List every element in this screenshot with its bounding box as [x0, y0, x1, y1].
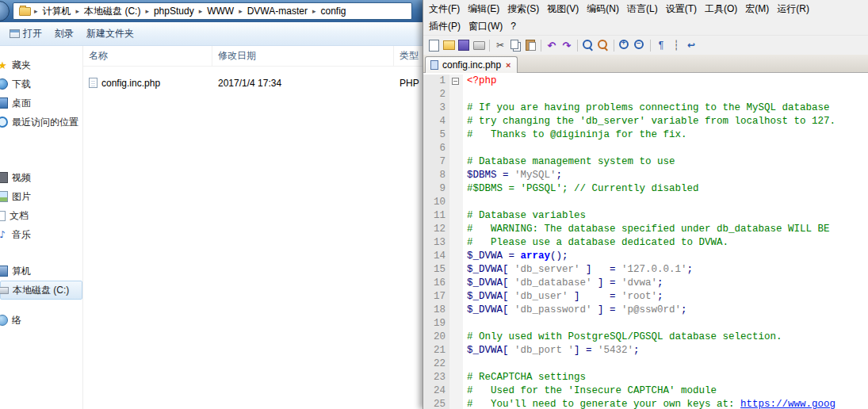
code-token: ; [657, 277, 663, 289]
fold-margin [449, 196, 463, 209]
folder-icon [19, 7, 31, 16]
menu-item[interactable]: 插件(P) [425, 18, 465, 35]
sidebar-item[interactable]: 下载 [0, 75, 82, 94]
column-header[interactable]: 类型 [394, 46, 423, 66]
fold-margin [449, 75, 463, 88]
sidebar-item[interactable]: 络 [0, 311, 82, 330]
new-file-icon[interactable] [426, 38, 441, 52]
sidebar-item[interactable]: 本地磁盘 (C:) [0, 281, 82, 300]
tab-close-icon[interactable] [505, 61, 511, 70]
breadcrumb-item[interactable]: 本地磁盘 (C:) [80, 5, 144, 18]
word-wrap-icon[interactable] [684, 38, 698, 52]
column-header[interactable]: 修改日期 [212, 46, 394, 66]
sidebar-item[interactable]: 音乐 [0, 225, 82, 244]
menu-item[interactable]: 窗口(W) [465, 18, 507, 35]
sidebar-item[interactable]: 最近访问的位置 [0, 113, 82, 132]
code-text: # ReCAPTCHA settings [463, 371, 586, 384]
back-button[interactable] [0, 1, 10, 21]
sidebar-item[interactable]: 桌面 [0, 94, 82, 113]
php-file-icon [89, 78, 98, 88]
fold-margin [449, 290, 463, 304]
fold-margin [449, 277, 463, 290]
code-line: 22 [423, 357, 868, 371]
find-icon[interactable] [581, 38, 595, 52]
show-all-chars-icon[interactable] [654, 38, 668, 52]
menu-item[interactable]: 语言(L) [623, 1, 662, 17]
breadcrumb-item[interactable]: phpStudy [150, 6, 198, 17]
file-row[interactable]: config.inc.php2017/1/4 17:34PHP [83, 75, 423, 91]
code-line: 2 [423, 88, 868, 101]
print-icon[interactable] [472, 38, 486, 52]
breadcrumb-item[interactable]: 计算机 [39, 5, 75, 18]
tab-config-inc-php[interactable]: config.inc.php [425, 56, 518, 73]
code-token: # Database management system to use [467, 156, 675, 167]
code-token: ; [681, 304, 687, 315]
sidebar-item[interactable]: 文档 [0, 206, 82, 225]
sidebar-item[interactable]: 图片 [0, 187, 82, 206]
replace-icon[interactable] [596, 38, 610, 52]
line-number: 16 [423, 277, 449, 290]
code-text [463, 88, 467, 101]
sidebar-item[interactable]: 视频 [0, 168, 82, 187]
menu-item[interactable]: 编辑(E) [464, 1, 503, 17]
file-type: PHP [394, 78, 423, 89]
menu-item[interactable]: 宏(M) [741, 1, 773, 17]
npp-menu-row2: 插件(P)窗口(W)? [423, 17, 868, 35]
downloads-icon [0, 78, 8, 90]
code-token: 'db_user' [514, 291, 568, 302]
new-folder-button[interactable]: 新建文件夹 [80, 25, 140, 43]
menu-item[interactable]: 视图(V) [543, 1, 583, 17]
line-number: 20 [423, 331, 449, 344]
menu-item[interactable]: 工具(O) [701, 1, 741, 17]
code-line: 8$DBMS = 'MySQL'; [423, 169, 868, 182]
menu-item[interactable]: 运行(R) [773, 1, 813, 17]
copy-icon[interactable] [508, 38, 522, 52]
tab-bar: config.inc.php [423, 55, 868, 73]
open-button[interactable]: 打开 [3, 25, 48, 43]
fold-margin [449, 304, 463, 317]
toolbar-separator [541, 40, 541, 52]
code-text: $_DVWA[ 'db_port '] = '5432'; [463, 344, 640, 357]
menu-item[interactable]: 设置(T) [662, 1, 701, 17]
line-number: 8 [423, 169, 449, 182]
code-editor[interactable]: 1<?php23# If you are having problems con… [423, 73, 868, 409]
menu-item[interactable]: ? [507, 19, 520, 33]
menu-item[interactable]: 文件(F) [425, 1, 464, 17]
line-number: 12 [423, 223, 449, 236]
code-token: $_DVWA [467, 250, 503, 262]
sidebar-item[interactable]: 藏夹 [0, 55, 82, 75]
open-window-icon [10, 29, 20, 38]
breadcrumb-item[interactable]: DVWA-master [243, 6, 312, 17]
sidebar-item[interactable]: 算机 [0, 262, 82, 281]
breadcrumb-item[interactable]: WWW [203, 6, 238, 17]
explorer-file-pane: 名称修改日期类型 config.inc.php2017/1/4 17:34PHP [83, 46, 423, 409]
menu-item[interactable]: 搜索(S) [503, 1, 543, 17]
redo-icon[interactable] [560, 38, 574, 52]
code-text: # Only used with PostgreSQL/PGSQL databa… [463, 331, 782, 344]
fold-collapse-icon[interactable] [452, 78, 459, 85]
line-number: 2 [423, 88, 449, 101]
code-text: # Thanks to @digininja for the fix. [463, 128, 687, 142]
zoom-in-icon[interactable] [618, 38, 632, 52]
zoom-out-icon[interactable] [633, 38, 647, 52]
save-icon[interactable] [457, 38, 471, 52]
column-header[interactable]: 名称 [83, 46, 212, 66]
breadcrumb-item[interactable]: config [316, 6, 350, 17]
code-line: 3# If you are having problems connecting… [423, 101, 868, 115]
indent-guide-icon[interactable] [669, 38, 683, 52]
file-date: 2017/1/4 17:34 [212, 78, 394, 89]
code-text: # If you are having problems connecting … [463, 101, 830, 115]
recent-icon [0, 117, 8, 128]
code-token: [ [503, 277, 514, 289]
undo-icon[interactable] [545, 38, 559, 52]
address-bar[interactable]: 计算机本地磁盘 (C:)phpStudyWWWDVWA-masterconfig [13, 2, 412, 20]
paste-icon[interactable] [523, 38, 537, 52]
screen: 计算机本地磁盘 (C:)phpStudyWWWDVWA-masterconfig… [0, 0, 868, 409]
burn-button[interactable]: 刻录 [48, 25, 80, 43]
drive-icon [0, 287, 9, 294]
line-number: 19 [423, 317, 449, 331]
cut-icon[interactable] [493, 38, 507, 52]
menu-item[interactable]: 编码(N) [583, 1, 623, 17]
open-file-icon[interactable] [442, 38, 456, 52]
code-token: $_DVWA [467, 277, 503, 289]
